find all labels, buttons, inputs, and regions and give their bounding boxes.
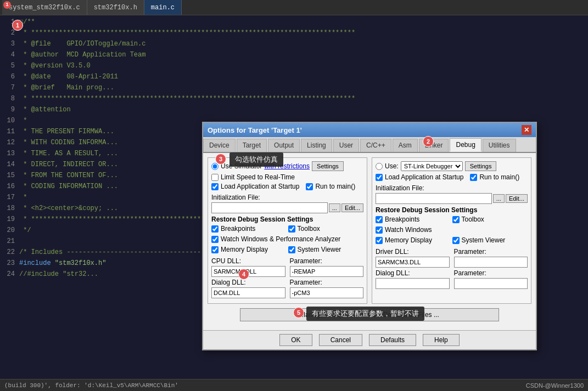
use-simulator-row: Use Simulator with restrictions Settings (211, 161, 363, 171)
right-init-browse-button[interactable]: ... (493, 194, 505, 203)
tab-user[interactable]: User (333, 139, 359, 152)
code-line: 6 * @date 08-April-2011 (0, 71, 588, 82)
status-text: (build 300)', folder: 'd:\Keil_v5\ARM\AR… (4, 382, 178, 389)
code-line: 7 * @brief Main prog... (0, 82, 588, 93)
annotation-badge-2: 2 (423, 136, 434, 147)
left-init-edit-button[interactable]: Edit... (341, 203, 363, 212)
right-init-edit-button[interactable]: Edit... (506, 194, 528, 203)
right-driver-dll-row: Driver DLL: Parameter: (376, 248, 528, 268)
left-run-to-main-label: Run to main() (315, 183, 355, 190)
debugger-col: Use: ST-Link Debugger Settings Load Appl… (372, 157, 531, 304)
annotation-badge-4: 4 (238, 269, 249, 280)
tab-label: main.c (151, 4, 175, 12)
tab-debug[interactable]: Debug (450, 138, 481, 152)
right-sysview-cb[interactable] (452, 237, 460, 244)
status-bar: (build 300)', folder: 'd:\Keil_v5\ARM\AR… (0, 379, 588, 391)
dialog-tab-bar: Device Target Output Listing User C/C++ … (203, 137, 536, 153)
with-restrictions-link[interactable]: with restrictions (264, 162, 310, 170)
debugger-settings-button[interactable]: Settings (465, 161, 497, 171)
right-load-run-row: Load Application at Startup Run to main(… (376, 173, 528, 183)
left-memory-cb[interactable] (211, 246, 219, 253)
right-restore-label: Restore Debug Session Settings (376, 206, 528, 214)
right-init-file-section: Initialization File: ... Edit... (376, 184, 528, 204)
left-dialog-param-input[interactable] (290, 287, 364, 298)
right-watch-cb[interactable] (376, 226, 383, 234)
right-driver-param-label: Parameter: (454, 248, 528, 256)
tab-main-c[interactable]: main.c (144, 0, 182, 15)
left-cpu-dll-label: CPU DLL: (211, 257, 285, 265)
right-load-app-label: Load Application at Startup (385, 173, 463, 181)
use-debugger-row: Use: ST-Link Debugger Settings (376, 161, 528, 171)
tab-cpp[interactable]: C/C++ (360, 139, 391, 152)
tab-system-stm32[interactable]: 1 system_stm32f10x.c (2, 0, 87, 15)
left-breakpoints-cb[interactable] (211, 225, 219, 233)
right-dialog-param-label: Parameter: (454, 269, 528, 277)
left-watch-cb[interactable] (211, 236, 219, 243)
code-line: 5 * @version V3.5.0 (0, 60, 588, 71)
left-init-file-label: Initialization File: (211, 194, 260, 201)
tab-stm32f10x-h[interactable]: stm32f10x.h (87, 0, 144, 15)
tab-asm[interactable]: Asm (393, 139, 418, 152)
limit-speed-label: Limit Speed to Real-Time (221, 173, 295, 181)
left-init-file-input[interactable] (211, 202, 328, 213)
right-dialog-dll-input[interactable] (376, 278, 450, 289)
dialog-title: Options for Target 'Target 1' (208, 126, 302, 134)
defaults-button[interactable]: Defaults (369, 334, 416, 346)
annotation-badge-5: 5 (293, 307, 304, 318)
tab-output[interactable]: Output (268, 139, 300, 152)
right-driver-param-input[interactable] (454, 257, 528, 268)
tab-target[interactable]: Target (237, 139, 267, 152)
simulator-settings-button[interactable]: Settings (312, 161, 344, 171)
tab-label: system_stm32f10x.c (9, 4, 80, 12)
tab-device[interactable]: Device (203, 139, 236, 152)
left-cpu-dll-row: CPU DLL: Parameter: (211, 257, 363, 277)
left-init-browse-button[interactable]: ... (329, 203, 340, 212)
help-button[interactable]: Help (423, 334, 460, 346)
left-load-app-checkbox[interactable] (211, 183, 219, 190)
right-dialog-dll-row: Dialog DLL: Parameter: (376, 269, 528, 289)
left-toolbox-cb[interactable] (288, 225, 295, 233)
left-sysview-cb[interactable] (288, 246, 295, 253)
right-memory-cb[interactable] (376, 237, 383, 244)
left-load-app-label: Load Application at Startup (221, 183, 299, 190)
dialog-titlebar: Options for Target 'Target 1' ✕ (203, 123, 536, 137)
code-line: 3 * @file GPIO/IOToggle/main.c (0, 38, 588, 49)
right-toolbox-cb[interactable] (452, 216, 460, 223)
tab-label: stm32f10x.h (94, 4, 137, 12)
right-dialog-param-input[interactable] (454, 278, 528, 289)
right-driver-dll-label: Driver DLL: (376, 248, 450, 256)
cancel-button[interactable]: Cancel (319, 334, 362, 346)
left-dialog-dll-input[interactable] (211, 287, 285, 298)
left-cpu-param-input[interactable] (290, 266, 364, 277)
tab-utilities[interactable]: Utilities (483, 139, 516, 152)
two-column-layout: Use Simulator with restrictions Settings… (208, 157, 531, 304)
code-line: 4 * @author MCD Application Team (0, 49, 588, 60)
right-breakpoints-cb[interactable] (376, 216, 383, 223)
tab-listing[interactable]: Listing (301, 139, 332, 152)
right-init-file-input[interactable] (376, 193, 492, 204)
left-run-to-main-checkbox[interactable] (306, 183, 313, 190)
code-line: 9 * @attention (0, 104, 588, 115)
left-init-file-section: Initialization File: ... Edit... (211, 194, 363, 213)
dialog-close-button[interactable]: ✕ (522, 125, 531, 135)
right-load-app-checkbox[interactable] (376, 174, 383, 181)
manage-component-viewer-button[interactable]: Manage Component Viewer Description File… (240, 308, 499, 321)
use-label: Use: (385, 162, 399, 170)
use-simulator-label: Use Simulator (221, 162, 262, 170)
right-run-to-main-checkbox[interactable] (470, 174, 477, 181)
annotation-badge-3: 3 (215, 154, 226, 165)
limit-speed-checkbox[interactable] (211, 174, 219, 181)
ok-button[interactable]: OK (279, 334, 312, 346)
load-run-row: Load Application at Startup Run to main(… (211, 183, 363, 192)
left-restore-label: Restore Debug Session Settings (211, 216, 363, 223)
options-dialog[interactable]: Options for Target 'Target 1' ✕ Device T… (202, 122, 537, 350)
debugger-select[interactable]: ST-Link Debugger (401, 161, 463, 171)
use-debugger-radio[interactable] (376, 163, 383, 170)
right-init-file-label: Initialization File: (376, 184, 424, 192)
left-restore-options: Breakpoints Toolbox Watch Windows & Perf… (211, 225, 363, 255)
right-driver-dll-input[interactable] (376, 257, 450, 268)
code-line: 1□/** (0, 16, 588, 27)
simulator-col: Use Simulator with restrictions Settings… (208, 157, 367, 304)
dialog-footer: OK Cancel Defaults Help (203, 330, 536, 349)
tab-badge: 1 (3, 1, 11, 9)
